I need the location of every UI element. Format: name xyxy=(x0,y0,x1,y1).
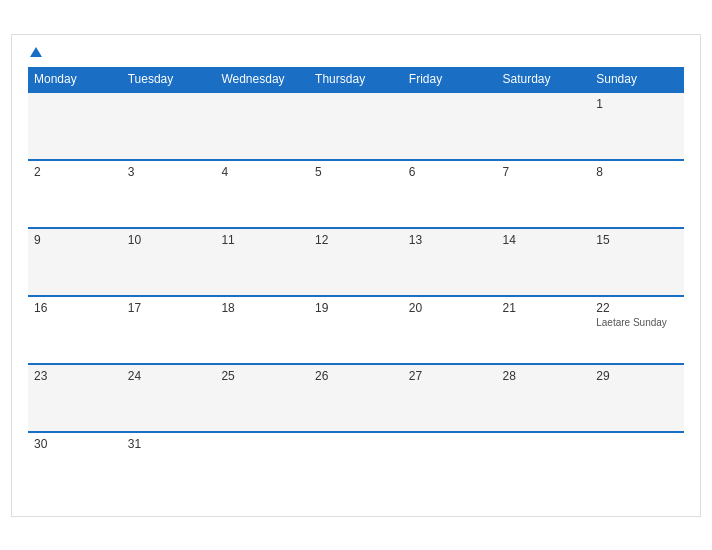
calendar-day-cell: 27 xyxy=(403,364,497,432)
day-number: 28 xyxy=(503,369,585,383)
calendar-day-cell: 8 xyxy=(590,160,684,228)
day-number: 8 xyxy=(596,165,678,179)
day-number: 3 xyxy=(128,165,210,179)
calendar-day-cell: 30 xyxy=(28,432,122,500)
weekday-header-friday: Friday xyxy=(403,67,497,92)
calendar-day-cell: 31 xyxy=(122,432,216,500)
calendar-week-row: 16171819202122Laetare Sunday xyxy=(28,296,684,364)
calendar-day-cell xyxy=(309,92,403,160)
calendar-day-cell: 6 xyxy=(403,160,497,228)
weekday-header-row: MondayTuesdayWednesdayThursdayFridaySatu… xyxy=(28,67,684,92)
calendar-day-cell: 5 xyxy=(309,160,403,228)
day-number: 15 xyxy=(596,233,678,247)
calendar-day-cell xyxy=(497,92,591,160)
calendar-day-cell: 7 xyxy=(497,160,591,228)
day-number: 11 xyxy=(221,233,303,247)
day-number: 25 xyxy=(221,369,303,383)
day-number: 1 xyxy=(596,97,678,111)
calendar-day-cell: 3 xyxy=(122,160,216,228)
calendar-day-cell: 10 xyxy=(122,228,216,296)
day-number: 2 xyxy=(34,165,116,179)
calendar-grid: MondayTuesdayWednesdayThursdayFridaySatu… xyxy=(28,67,684,500)
calendar-day-cell: 11 xyxy=(215,228,309,296)
day-number: 16 xyxy=(34,301,116,315)
day-number: 27 xyxy=(409,369,491,383)
logo-triangle-icon xyxy=(30,47,42,57)
calendar-day-cell: 4 xyxy=(215,160,309,228)
day-number: 12 xyxy=(315,233,397,247)
day-number: 31 xyxy=(128,437,210,451)
day-event: Laetare Sunday xyxy=(596,317,678,328)
calendar-day-cell: 9 xyxy=(28,228,122,296)
day-number: 14 xyxy=(503,233,585,247)
calendar-day-cell xyxy=(590,432,684,500)
day-number: 24 xyxy=(128,369,210,383)
day-number: 17 xyxy=(128,301,210,315)
day-number: 10 xyxy=(128,233,210,247)
calendar-day-cell: 1 xyxy=(590,92,684,160)
day-number: 18 xyxy=(221,301,303,315)
calendar-day-cell xyxy=(497,432,591,500)
calendar-day-cell xyxy=(403,92,497,160)
weekday-header-thursday: Thursday xyxy=(309,67,403,92)
calendar-day-cell: 29 xyxy=(590,364,684,432)
calendar-day-cell: 28 xyxy=(497,364,591,432)
calendar-day-cell: 12 xyxy=(309,228,403,296)
calendar-day-cell: 21 xyxy=(497,296,591,364)
calendar-day-cell: 14 xyxy=(497,228,591,296)
calendar-day-cell: 18 xyxy=(215,296,309,364)
calendar-day-cell: 23 xyxy=(28,364,122,432)
day-number: 30 xyxy=(34,437,116,451)
calendar-day-cell: 13 xyxy=(403,228,497,296)
calendar-week-row: 2345678 xyxy=(28,160,684,228)
calendar-day-cell: 26 xyxy=(309,364,403,432)
weekday-header-tuesday: Tuesday xyxy=(122,67,216,92)
calendar-day-cell xyxy=(122,92,216,160)
calendar-container: MondayTuesdayWednesdayThursdayFridaySatu… xyxy=(11,34,701,517)
calendar-day-cell: 22Laetare Sunday xyxy=(590,296,684,364)
day-number: 13 xyxy=(409,233,491,247)
calendar-day-cell: 24 xyxy=(122,364,216,432)
calendar-day-cell: 19 xyxy=(309,296,403,364)
calendar-week-row: 23242526272829 xyxy=(28,364,684,432)
day-number: 26 xyxy=(315,369,397,383)
weekday-header-wednesday: Wednesday xyxy=(215,67,309,92)
calendar-day-cell: 25 xyxy=(215,364,309,432)
calendar-week-row: 3031 xyxy=(28,432,684,500)
calendar-week-row: 1 xyxy=(28,92,684,160)
calendar-day-cell: 15 xyxy=(590,228,684,296)
day-number: 19 xyxy=(315,301,397,315)
calendar-day-cell xyxy=(28,92,122,160)
day-number: 4 xyxy=(221,165,303,179)
day-number: 6 xyxy=(409,165,491,179)
calendar-day-cell xyxy=(215,432,309,500)
calendar-day-cell xyxy=(215,92,309,160)
calendar-day-cell xyxy=(309,432,403,500)
calendar-day-cell: 2 xyxy=(28,160,122,228)
calendar-day-cell xyxy=(403,432,497,500)
day-number: 9 xyxy=(34,233,116,247)
day-number: 7 xyxy=(503,165,585,179)
day-number: 22 xyxy=(596,301,678,315)
day-number: 21 xyxy=(503,301,585,315)
weekday-header-saturday: Saturday xyxy=(497,67,591,92)
calendar-day-cell: 16 xyxy=(28,296,122,364)
weekday-header-monday: Monday xyxy=(28,67,122,92)
day-number: 29 xyxy=(596,369,678,383)
weekday-header-sunday: Sunday xyxy=(590,67,684,92)
day-number: 5 xyxy=(315,165,397,179)
calendar-day-cell: 20 xyxy=(403,296,497,364)
calendar-week-row: 9101112131415 xyxy=(28,228,684,296)
calendar-header xyxy=(28,47,684,57)
day-number: 23 xyxy=(34,369,116,383)
calendar-day-cell: 17 xyxy=(122,296,216,364)
logo xyxy=(28,47,42,57)
day-number: 20 xyxy=(409,301,491,315)
